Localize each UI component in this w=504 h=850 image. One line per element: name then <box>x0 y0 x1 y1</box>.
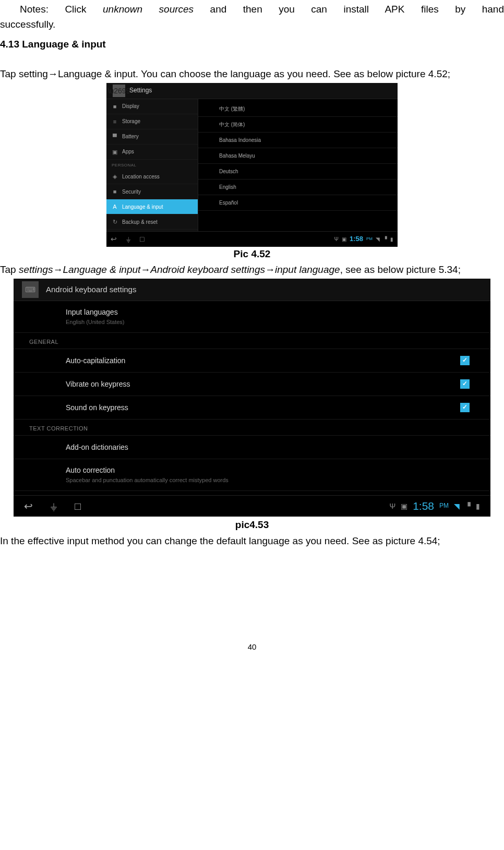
settings-sidebar: ■ Display ≡ Storage ▀ Battery ▣ Apps PER… <box>106 99 198 231</box>
keyboard-settings-screenshot: ⌨ Android keyboard settings Input langua… <box>14 279 490 517</box>
back-button[interactable]: ↩ <box>24 499 33 513</box>
wifi-icon: ◥ <box>454 501 460 511</box>
sd-icon: ▣ <box>401 501 407 511</box>
signal-icon: ▝ <box>465 501 471 511</box>
vibrate-item[interactable]: Vibrate on keypress ✓ <box>14 373 490 396</box>
location-icon: ◈ <box>112 173 118 179</box>
system-navbar: ↩ ⏚ □ Ψ ▣ 1:58 PM ◥ ▝ ▮ <box>14 495 490 517</box>
checkbox-checked[interactable]: ✓ <box>460 403 470 412</box>
keyboard-title: Android keyboard settings <box>46 284 136 295</box>
backup-icon: ↻ <box>112 219 118 225</box>
display-icon: ■ <box>112 103 118 110</box>
keyboard-icon: ⌨ <box>22 281 39 298</box>
lang-option[interactable]: Deutsch <box>198 164 398 179</box>
clock-pm: PM <box>439 502 449 510</box>
input-languages-item[interactable]: Input languages English (United States) <box>14 301 490 332</box>
para-2: Tap settings→Language & input→Android ke… <box>0 264 504 277</box>
language-icon: A <box>112 203 118 210</box>
signal-icon: ▝ <box>383 236 387 243</box>
sidebar-section-personal: PERSONAL <box>106 160 198 169</box>
lang-option[interactable]: Bahasa Melayu <box>198 148 398 164</box>
settings-screenshot: \u2699 Settings ■ Display ≡ Storage ▀ Ba… <box>106 83 398 246</box>
auto-correction-item[interactable]: Auto correction Spacebar and punctuation… <box>14 459 490 490</box>
sound-item[interactable]: Sound on keypress ✓ <box>14 396 490 420</box>
settings-icon: \u2699 <box>113 85 125 97</box>
storage-icon: ≡ <box>112 118 118 125</box>
home-button[interactable]: ⏚ <box>51 499 57 513</box>
sidebar-item-security[interactable]: ■ Security <box>106 184 198 199</box>
caption-2: pic4.53 <box>0 519 504 532</box>
apps-icon: ▣ <box>112 149 118 155</box>
sd-icon: ▣ <box>342 236 346 243</box>
page-number: 40 <box>0 642 504 652</box>
system-navbar: ↩ ⏚ □ Ψ ▣ 1:58 PM ◥ ▝ ▮ <box>106 231 398 247</box>
sidebar-item-storage[interactable]: ≡ Storage <box>106 114 198 129</box>
usb-icon: Ψ <box>334 236 339 243</box>
clock-pm: PM <box>366 236 373 242</box>
addon-dictionaries-item[interactable]: Add-on dictionaries <box>14 436 490 459</box>
language-list: 中文 (繁體) 中文 (简体) Bahasa Indonesia Bahasa … <box>198 99 398 231</box>
settings-title: Settings <box>129 87 152 95</box>
lang-option[interactable]: English <box>198 179 398 195</box>
notes-text-line2: successfully. <box>0 18 504 31</box>
lang-option[interactable]: Español <box>198 195 398 211</box>
sidebar-item-location[interactable]: ◈ Location access <box>106 169 198 184</box>
notes-text: Notes: Click unknown sources and then yo… <box>0 3 504 16</box>
battery-icon: ▀ <box>112 134 118 140</box>
sidebar-item-battery[interactable]: ▀ Battery <box>106 129 198 145</box>
general-section: GENERAL <box>14 333 490 349</box>
para-1: Tap setting→Language & input. You can ch… <box>0 68 504 81</box>
usb-icon: Ψ <box>389 501 395 511</box>
battery-icon: ▮ <box>476 501 480 511</box>
clock: 1:58 <box>413 499 434 513</box>
sidebar-item-apps[interactable]: ▣ Apps <box>106 145 198 160</box>
lang-option[interactable]: Bahasa Indonesia <box>198 133 398 148</box>
text-correction-section: TEXT CORRECTION <box>14 420 490 436</box>
recent-button[interactable]: □ <box>140 234 144 244</box>
caption-1: Pic 4.52 <box>0 248 504 261</box>
back-button[interactable]: ↩ <box>111 234 117 244</box>
sidebar-item-language[interactable]: A Language & input <box>106 199 198 214</box>
section-heading: 4.13 Language & input <box>0 38 504 51</box>
sidebar-item-backup[interactable]: ↻ Backup & reset <box>106 214 198 230</box>
settings-header: \u2699 Settings <box>106 83 398 99</box>
recent-button[interactable]: □ <box>75 499 81 513</box>
lang-option[interactable]: 中文 (繁體) <box>198 101 398 117</box>
checkbox-checked[interactable]: ✓ <box>460 379 470 389</box>
keyboard-header: ⌨ Android keyboard settings <box>14 279 490 301</box>
home-button[interactable]: ⏚ <box>126 234 130 244</box>
para-3: In the effective input method you can ch… <box>0 535 504 548</box>
lang-option[interactable]: 中文 (简体) <box>198 117 398 133</box>
checkbox-checked[interactable]: ✓ <box>460 356 470 365</box>
security-icon: ■ <box>112 188 118 195</box>
clock: 1:58 <box>350 235 363 244</box>
wifi-icon: ◥ <box>376 236 380 243</box>
battery-icon: ▮ <box>390 236 393 243</box>
sidebar-item-display[interactable]: ■ Display <box>106 99 198 114</box>
auto-cap-item[interactable]: Auto-capitalization ✓ <box>14 349 490 373</box>
